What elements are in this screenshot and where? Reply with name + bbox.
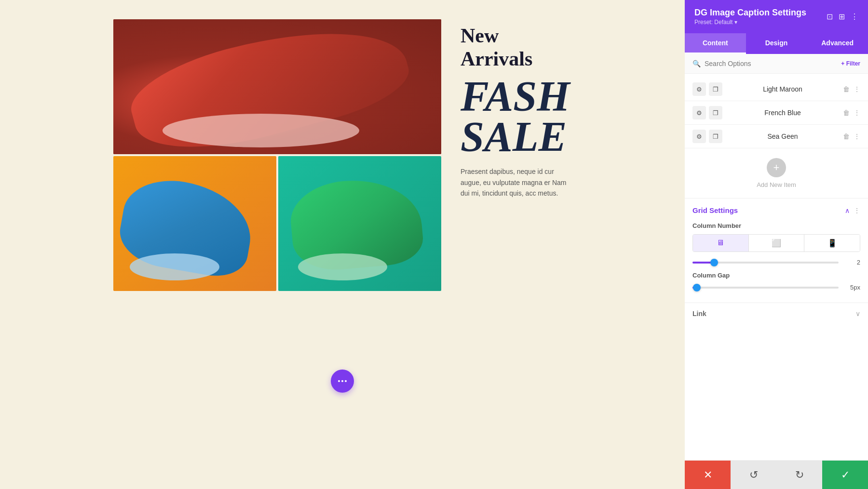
- settings-icon-1[interactable]: ⚙: [692, 82, 706, 96]
- preset-name-3: Sea Geen: [726, 132, 839, 140]
- search-icon: 🔍: [692, 60, 701, 67]
- column-number-slider-thumb[interactable]: [710, 259, 718, 266]
- add-circle-icon: +: [767, 158, 786, 177]
- preset-actions-3: 🗑 ⋮: [843, 132, 860, 140]
- redo-button[interactable]: ↻: [776, 461, 822, 489]
- capture-icon[interactable]: ⊡: [827, 12, 833, 21]
- settings-icon-2[interactable]: ⚙: [692, 106, 706, 119]
- tab-design[interactable]: Design: [746, 33, 807, 54]
- image-grid: [113, 19, 441, 291]
- image-grid-bottom: [113, 156, 441, 291]
- column-gap-slider-track[interactable]: [692, 287, 839, 289]
- tablet-device-btn[interactable]: ⬜: [749, 235, 805, 251]
- panel-header: DG Image Caption Settings Preset: Defaul…: [685, 0, 868, 33]
- panel-header-right: ⊡ ⊞ ⋮: [827, 12, 858, 21]
- fab-button[interactable]: [331, 370, 354, 393]
- more-action-icon-3[interactable]: ⋮: [854, 132, 860, 140]
- preset-name-1: Light Maroon: [726, 85, 839, 93]
- preset-item-icons-2: ⚙ ❐: [692, 106, 722, 119]
- grid-settings-section: Grid Settings ∧ ⋮ Column Number 🖥 ⬜ 📱: [685, 198, 868, 303]
- bottom-action-bar: ✕ ↺ ↻ ✓: [685, 460, 868, 489]
- preset-item-french-blue: ⚙ ❐ French Blue 🗑 ⋮: [685, 101, 868, 125]
- collapse-icon[interactable]: ∧: [845, 207, 850, 214]
- right-panel: DG Image Caption Settings Preset: Defaul…: [685, 0, 868, 489]
- grid-more-icon[interactable]: ⋮: [854, 207, 860, 214]
- tab-content[interactable]: Content: [685, 33, 746, 54]
- panel-content: ⚙ ❐ Light Maroon 🗑 ⋮ ⚙ ❐ French Blue 🗑 ⋮: [685, 74, 868, 460]
- delete-icon-1[interactable]: 🗑: [843, 85, 850, 93]
- fab-dots: [338, 380, 347, 382]
- link-label: Link: [692, 310, 706, 317]
- preset-name-2: French Blue: [726, 109, 839, 117]
- column-number-slider-row: 2: [692, 259, 860, 266]
- column-number-slider-track[interactable]: [692, 262, 839, 264]
- duplicate-icon-1[interactable]: ❐: [709, 82, 722, 96]
- fashion-text: FASH SALE: [461, 76, 571, 157]
- column-gap-value: 5px: [843, 284, 860, 291]
- confirm-button[interactable]: ✓: [822, 461, 868, 489]
- text-area: New Arrivals FASH SALE Praesent dapibus,…: [461, 19, 571, 291]
- device-row: 🖥 ⬜ 📱: [692, 234, 860, 252]
- preset-item-sea-geen: ⚙ ❐ Sea Geen 🗑 ⋮: [685, 125, 868, 148]
- search-input[interactable]: [705, 60, 837, 67]
- mobile-device-btn[interactable]: 📱: [804, 235, 860, 251]
- delete-icon-3[interactable]: 🗑: [843, 132, 850, 140]
- filter-button[interactable]: + Filter: [841, 60, 860, 67]
- grid-settings-header: Grid Settings ∧ ⋮: [692, 206, 860, 214]
- new-arrivals-heading: New Arrivals: [461, 24, 571, 70]
- preset-actions-1: 🗑 ⋮: [843, 85, 860, 93]
- column-number-value: 2: [843, 259, 860, 266]
- more-icon[interactable]: ⋮: [851, 12, 858, 21]
- search-bar: 🔍 + Filter: [685, 54, 868, 74]
- tab-advanced[interactable]: Advanced: [807, 33, 868, 54]
- add-new-item-section[interactable]: + Add New Item: [685, 148, 868, 198]
- column-gap-slider-thumb[interactable]: [693, 284, 701, 291]
- preset-label[interactable]: Preset: Default ▾: [694, 19, 806, 26]
- column-gap-slider-row: 5px: [692, 284, 860, 291]
- canvas-area: New Arrivals FASH SALE Praesent dapibus,…: [0, 0, 685, 489]
- shoe-image-top: [113, 19, 441, 154]
- cancel-button[interactable]: ✕: [685, 461, 731, 489]
- duplicate-icon-2[interactable]: ❐: [709, 106, 722, 119]
- canvas-content: New Arrivals FASH SALE Praesent dapibus,…: [113, 19, 571, 291]
- tabs-bar: Content Design Advanced: [685, 33, 868, 54]
- layout-icon[interactable]: ⊞: [839, 12, 845, 21]
- grid-settings-title: Grid Settings: [692, 206, 738, 214]
- shoe-image-teal: [278, 156, 441, 291]
- panel-title: DG Image Caption Settings: [694, 8, 806, 18]
- settings-icon-3[interactable]: ⚙: [692, 130, 706, 143]
- preset-actions-2: 🗑 ⋮: [843, 109, 860, 117]
- grid-settings-controls: ∧ ⋮: [845, 207, 860, 214]
- column-gap-label: Column Gap: [692, 272, 860, 279]
- desktop-device-btn[interactable]: 🖥: [693, 235, 749, 251]
- preset-item-light-maroon: ⚙ ❐ Light Maroon 🗑 ⋮: [685, 78, 868, 101]
- more-action-icon-2[interactable]: ⋮: [854, 109, 860, 117]
- more-action-icon-1[interactable]: ⋮: [854, 85, 860, 93]
- body-text: Praesent dapibus, neque id cur augue, eu…: [461, 166, 571, 198]
- link-chevron-icon: ∨: [855, 310, 860, 317]
- panel-header-left: DG Image Caption Settings Preset: Defaul…: [694, 8, 806, 26]
- shoe-image-blue: [113, 156, 276, 291]
- preset-item-icons-1: ⚙ ❐: [692, 82, 722, 96]
- link-section[interactable]: Link ∨: [685, 303, 868, 324]
- add-new-item-label: Add New Item: [757, 181, 796, 188]
- undo-button[interactable]: ↺: [731, 461, 776, 489]
- column-number-label: Column Number: [692, 222, 860, 229]
- preset-item-icons-3: ⚙ ❐: [692, 130, 722, 143]
- delete-icon-2[interactable]: 🗑: [843, 109, 850, 117]
- duplicate-icon-3[interactable]: ❐: [709, 130, 722, 143]
